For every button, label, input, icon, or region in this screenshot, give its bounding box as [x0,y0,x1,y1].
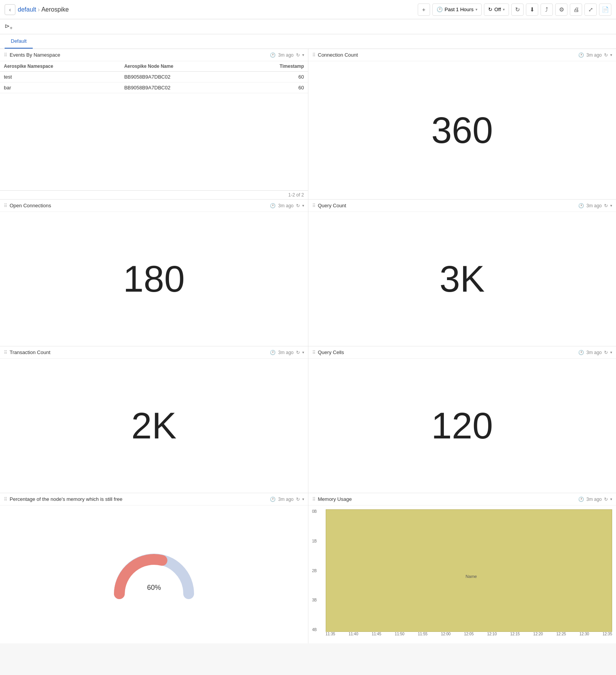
dashboard: ⠿ Events By Namespace 🕐 3m ago ↻ ▾ Aeros… [0,49,616,643]
query-cells-title: Query Cells [318,349,576,355]
y-axis-label-text: Name [465,574,477,579]
drag-icon: ⠿ [312,203,316,208]
filter-icon[interactable]: ⊳+ [5,22,13,31]
memory-node-meta-time: 3m ago [278,497,293,502]
query-cells-value: 120 [308,359,616,493]
topbar: ‹ default › Aerospike + 🕐 Past 1 Hours ▾… [0,0,616,19]
x-axis-labels: 11:3511:4011:4511:5011:5512:0012:0512:10… [326,632,613,640]
x-label: 11:40 [348,632,358,640]
transaction-count-title: Transaction Count [10,349,268,355]
memory-node-title: Percentage of the node's memory which is… [10,496,268,502]
add-panel-button[interactable]: + [418,3,430,16]
tab-default-label: Default [11,38,27,44]
fullscreen-icon: ⤢ [588,6,593,13]
memory-node-refresh-icon[interactable]: ↻ [296,497,300,502]
memory-node-meta: 🕐 3m ago ↻ ▾ [270,497,304,502]
node-cell: BB9058B9A7DBC02 [121,72,240,82]
share-button[interactable]: ⤴ [541,3,553,16]
events-by-namespace-title: Events By Namespace [10,52,268,58]
download-button[interactable]: ⬇ [526,3,538,16]
y-label-4b: 4B [312,628,324,632]
x-label: 12:25 [556,632,566,640]
time-chevron-icon: ▾ [475,7,477,12]
tab-default[interactable]: Default [5,34,33,49]
y-axis-labels: 4B 3B 2B 1B 0B [312,509,324,632]
x-label: 11:50 [395,632,404,640]
settings-button[interactable]: ⚙ [555,3,567,16]
drag-icon: ⠿ [312,52,316,58]
connection-refresh-icon[interactable]: ↻ [604,52,608,58]
query-cells-dropdown-icon[interactable]: ▾ [610,350,612,354]
refresh-button[interactable]: ↻ [511,3,524,16]
transaction-dropdown-icon[interactable]: ▾ [302,350,304,354]
query-count-dropdown-icon[interactable]: ▾ [610,203,612,208]
query-cells-refresh-icon[interactable]: ↻ [604,350,608,355]
gauge-value-text: 60% [147,584,161,591]
open-connections-panel: ⠿ Open Connections 🕐 3m ago ↻ ▾ 180 [0,200,308,346]
clock-icon-small: 🕐 [578,203,584,208]
x-label: 11:45 [372,632,381,640]
breadcrumb-parent[interactable]: default [18,6,36,13]
x-label: 12:35 [603,632,612,640]
connection-count-header: ⠿ Connection Count 🕐 3m ago ↻ ▾ [308,49,616,61]
clock-icon-small: 🕐 [578,52,584,58]
open-dropdown-icon[interactable]: ▾ [302,203,304,208]
back-icon: ‹ [9,7,11,13]
connection-dropdown-icon[interactable]: ▾ [610,53,612,57]
docs-button[interactable]: 📄 [599,3,611,16]
memory-chart-container: 4B 3B 2B 1B 0B Name 11:3511:4011:4511:50… [308,505,616,643]
fullscreen-button[interactable]: ⤢ [584,3,597,16]
memory-usage-dropdown-icon[interactable]: ▾ [610,497,612,501]
query-cells-meta-time: 3m ago [586,350,602,355]
y-label-0b: 0B [312,509,324,514]
transaction-meta-time: 3m ago [278,350,293,355]
clock-icon-small: 🕐 [270,497,276,502]
chart-fill-area: Name [326,509,613,632]
events-refresh-icon[interactable]: ↻ [296,52,300,58]
col-namespace: Aerospike Namespace [0,61,121,72]
events-by-namespace-meta: 🕐 3m ago ↻ ▾ [270,52,304,58]
x-label: 12:30 [579,632,589,640]
col-node: Aerospike Node Name [121,61,240,72]
refresh-cycle-button[interactable]: ↻ Off ▾ [484,3,509,16]
clock-icon-small: 🕐 [578,350,584,355]
timestamp-cell: 60 [240,72,308,82]
connection-meta-time: 3m ago [586,52,602,58]
memory-node-header: ⠿ Percentage of the node's memory which … [0,493,308,505]
connection-count-title: Connection Count [318,52,576,58]
memory-usage-header: ⠿ Memory Usage 🕐 3m ago ↻ ▾ [308,493,616,505]
transaction-count-header: ⠿ Transaction Count 🕐 3m ago ↻ ▾ [0,346,308,359]
y-label-3b: 3B [312,598,324,602]
events-dropdown-icon[interactable]: ▾ [302,53,304,57]
time-range-button[interactable]: 🕐 Past 1 Hours ▾ [432,3,482,16]
gauge-svg: 60% [112,547,196,601]
drag-icon: ⠿ [4,203,7,208]
memory-usage-title: Memory Usage [318,496,576,502]
transaction-refresh-icon[interactable]: ↻ [296,350,300,355]
docs-icon: 📄 [602,6,609,13]
refresh-cycle-icon: ↻ [488,7,492,12]
memory-usage-refresh-icon[interactable]: ↻ [604,497,608,502]
timestamp-cell: 60 [240,82,308,93]
memory-node-dropdown-icon[interactable]: ▾ [302,497,304,501]
breadcrumb-current: Aerospike [41,6,69,13]
query-count-meta: 🕐 3m ago ↻ ▾ [578,203,612,208]
x-label: 12:15 [510,632,520,640]
x-label: 12:05 [464,632,474,640]
gauge-container: 60% [0,505,308,643]
print-button[interactable]: 🖨 [570,3,582,16]
open-refresh-icon[interactable]: ↻ [296,203,300,208]
breadcrumb: default › Aerospike [18,6,69,13]
tab-bar: Default [0,34,616,49]
node-cell: BB9058B9A7DBC02 [121,82,240,93]
query-count-refresh-icon[interactable]: ↻ [604,203,608,208]
drag-icon: ⠿ [4,350,7,355]
memory-usage-panel: ⠿ Memory Usage 🕐 3m ago ↻ ▾ 4B 3B 2B 1B … [308,493,616,643]
refresh-icon: ↻ [515,6,520,13]
query-cells-header: ⠿ Query Cells 🕐 3m ago ↻ ▾ [308,346,616,359]
x-label: 12:00 [441,632,450,640]
events-meta-time: 3m ago [278,52,293,58]
transaction-count-panel: ⠿ Transaction Count 🕐 3m ago ↻ ▾ 2K [0,346,308,493]
namespace-cell: test [0,72,121,82]
back-button[interactable]: ‹ [5,4,15,15]
